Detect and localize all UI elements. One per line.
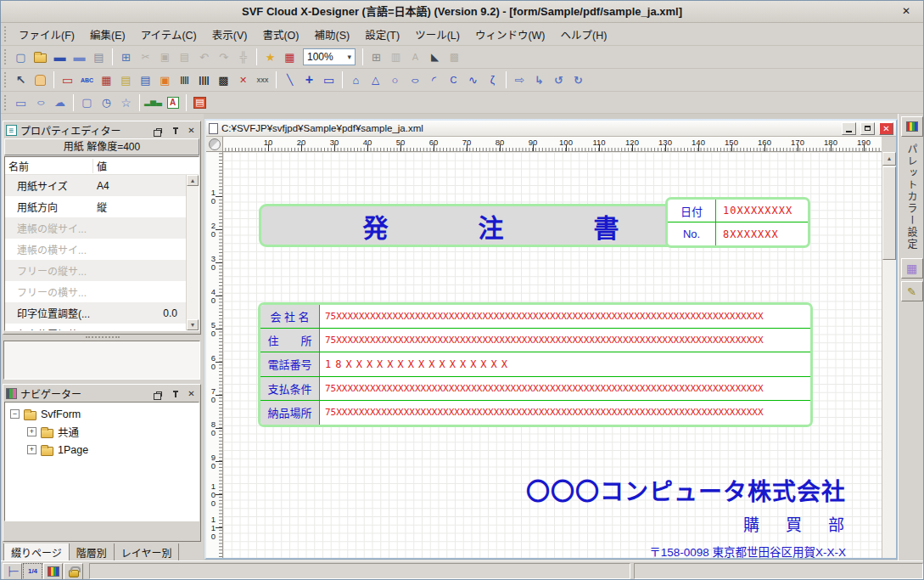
form-row-phone-number[interactable]: 電話番号18XXXXXXXXXXXXXXXX — [260, 352, 810, 376]
menu-item[interactable]: アイテム(C) — [133, 24, 204, 45]
panel-splitter[interactable] — [86, 336, 120, 340]
date-row[interactable]: 日付 10XXXXXXXX — [668, 200, 808, 222]
scroll-down-icon[interactable]: ▾ — [187, 319, 199, 330]
save-as-icon[interactable]: ▬ — [70, 48, 89, 66]
barcode-icon[interactable]: |||| — [175, 70, 194, 89]
block-item-icon[interactable]: ▤ — [116, 70, 136, 89]
navigator-close-button[interactable]: ✕ — [185, 388, 198, 399]
tree-node-1page[interactable]: +1Page — [5, 441, 199, 459]
arrow-right-icon[interactable]: ⇨ — [510, 70, 529, 89]
tree-node-svfform[interactable]: −SvfForm — [5, 405, 199, 423]
scroll-up-icon[interactable]: ▴ — [882, 152, 896, 166]
document-close-button[interactable]: ✕ — [879, 122, 893, 135]
chart-item-icon[interactable]: ▂▅▃ — [143, 93, 163, 112]
subform-icon[interactable]: ▤ — [190, 93, 210, 112]
palette-status-icon[interactable] — [43, 563, 63, 580]
document-minimize-button[interactable] — [842, 122, 856, 135]
cross-line-icon[interactable]: + — [300, 70, 319, 89]
property-editor-close-button[interactable]: ✕ — [185, 125, 198, 136]
scrollbar-thumb[interactable] — [882, 166, 896, 260]
form-field-value[interactable]: 75XXXXXXXXXXXXXXXXXXXXXXXXXXXXXXXXXXXXXX… — [320, 329, 810, 352]
star-item-icon[interactable]: ☆ — [116, 93, 136, 112]
window-close-button[interactable]: ✕ — [899, 4, 913, 18]
menu-view[interactable]: 表示(V) — [204, 24, 255, 45]
select-cursor-icon[interactable]: ↖ — [11, 70, 31, 89]
form-structure-icon[interactable]: ⊞ — [116, 48, 136, 66]
freeform-curve-icon[interactable]: ζ — [483, 70, 502, 89]
property-editor-float-button[interactable] — [153, 125, 165, 136]
menu-help[interactable]: ヘルプ(H) — [553, 24, 615, 45]
property-row[interactable]: 連帳の横サイ... — [5, 239, 186, 260]
new-document-icon[interactable]: ▢ — [11, 48, 31, 66]
image-item-icon[interactable]: ▣ — [155, 70, 175, 89]
property-row[interactable]: 連帳の縦サイ... — [5, 217, 186, 239]
polygon-tool-icon[interactable]: ⌂ — [346, 70, 366, 89]
scroll-up-icon[interactable]: ▴ — [187, 175, 199, 186]
print-icon[interactable]: ▤ — [89, 48, 109, 66]
barcode-2d-icon[interactable]: |||| — [194, 70, 214, 89]
table-wizard-icon[interactable]: ▦ — [280, 48, 300, 66]
lock-status-icon[interactable] — [64, 563, 83, 580]
wizard-icon[interactable]: ★ — [260, 48, 280, 66]
edit-palette-button[interactable]: ✎ — [901, 281, 923, 301]
property-row[interactable]: 用紙サイズA4 — [5, 175, 186, 196]
navigator-pin-button[interactable] — [169, 388, 182, 399]
form-field-value[interactable]: 18XXXXXXXXXXXXXXXX — [320, 352, 810, 375]
menu-settings[interactable]: 設定(T) — [357, 24, 407, 45]
form-title-box[interactable]: 発 注 書 — [259, 204, 723, 247]
save-icon[interactable]: ▬ — [50, 48, 70, 66]
curve-c-icon[interactable]: C — [444, 70, 463, 89]
menu-grip[interactable] — [4, 26, 8, 42]
form-canvas[interactable]: 発 注 書 日付 10XXXXXXXX No. 8XXXXXXX 会 社 名75… — [223, 152, 882, 558]
line-width-icon[interactable]: ├─ — [3, 563, 22, 580]
property-value[interactable]: 0.0 — [93, 307, 186, 319]
document-restore-button[interactable] — [860, 122, 875, 135]
toolbar-grip[interactable] — [4, 72, 8, 87]
property-editor-pin-button[interactable] — [169, 125, 182, 136]
property-value[interactable]: 0.0 — [93, 329, 186, 331]
rich-text-icon[interactable]: A — [163, 93, 182, 112]
scanner-icon[interactable]: ◣ — [425, 48, 445, 66]
property-value[interactable]: A4 — [93, 180, 186, 192]
zoom-level-combo[interactable]: 100%▾ — [303, 48, 356, 65]
rect-tool-icon[interactable]: ▭ — [319, 70, 339, 89]
balloon-rect-icon[interactable]: ▭ — [11, 93, 31, 112]
circle-tool-icon[interactable]: ○ — [385, 70, 405, 89]
form-field-value[interactable]: 75XXXXXXXXXXXXXXXXXXXXXXXXXXXXXXXXXXXXXX… — [320, 305, 810, 328]
arrow-bent-icon[interactable]: ↳ — [529, 70, 549, 89]
link-item-icon[interactable]: ✕ — [233, 70, 253, 89]
form-field-value[interactable]: 75XXXXXXXXXXXXXXXXXXXXXXXXXXXXXXXXXXXXXX… — [320, 377, 810, 400]
expand-icon[interactable]: + — [27, 427, 36, 436]
menu-format[interactable]: 書式(O) — [255, 24, 306, 45]
table-item-icon[interactable]: ▦ — [97, 70, 116, 89]
insert-frame-icon[interactable]: ⊞ — [367, 48, 386, 66]
property-row[interactable]: 用紙方向縦 — [5, 196, 186, 217]
menu-tools[interactable]: ツール(L) — [407, 24, 468, 45]
date-no-box[interactable]: 日付 10XXXXXXXX No. 8XXXXXXX — [665, 197, 810, 248]
collapse-icon[interactable]: − — [10, 409, 20, 419]
form-row-payment-terms[interactable]: 支払条件75XXXXXXXXXXXXXXXXXXXXXXXXXXXXXXXXXX… — [260, 377, 810, 401]
number-row[interactable]: No. 8XXXXXXX — [668, 222, 808, 245]
expand-icon[interactable]: + — [27, 445, 36, 454]
grid-settings-button[interactable]: ▦ — [901, 258, 923, 279]
grid-quarter-icon[interactable]: 1/4 — [23, 563, 42, 580]
curve-n-icon[interactable]: ∿ — [463, 70, 483, 89]
navigator-float-button[interactable] — [153, 388, 165, 399]
property-value[interactable]: 縦 — [93, 200, 186, 214]
property-row[interactable]: フリーの横サ... — [5, 281, 186, 302]
form-row-company-name[interactable]: 会 社 名75XXXXXXXXXXXXXXXXXXXXXXXXXXXXXXXXX… — [260, 305, 810, 329]
dropdown-arrow-icon[interactable]: ▾ — [347, 53, 351, 61]
balloon-cloud-icon[interactable]: ☁ — [50, 93, 70, 112]
arrow-curve-left-icon[interactable]: ↺ — [549, 70, 568, 89]
property-row[interactable]: 印字位置調整(...0.0 — [5, 302, 186, 324]
field-item-icon[interactable]: ▭ — [58, 70, 77, 89]
record-item-icon[interactable]: ▤ — [136, 70, 155, 89]
line-tool-icon[interactable]: ╲ — [280, 70, 300, 89]
clock-item-icon[interactable]: ◷ — [97, 93, 116, 112]
form-row-address[interactable]: 住 所75XXXXXXXXXXXXXXXXXXXXXXXXXXXXXXXXXXX… — [260, 329, 810, 352]
hand-pan-icon[interactable] — [31, 70, 50, 89]
ellipse-tool-icon[interactable]: ○ — [405, 70, 424, 89]
menu-window[interactable]: ウィンドウ(W) — [468, 24, 553, 45]
menu-assist[interactable]: 補助(S) — [306, 24, 357, 45]
arrow-curve-right-icon[interactable]: ↻ — [568, 70, 588, 89]
